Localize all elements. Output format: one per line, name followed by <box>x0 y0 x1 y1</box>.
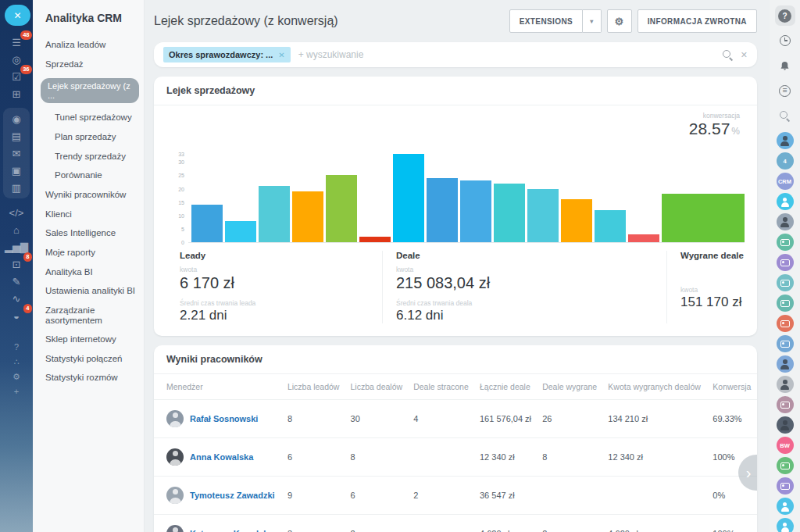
news-icon[interactable]: ▤ <box>5 127 27 145</box>
sidebar-item[interactable]: Klienci <box>33 205 144 224</box>
contact-person[interactable] <box>777 498 794 515</box>
column-header[interactable]: Liczba dealów <box>346 374 409 400</box>
funnel-bar[interactable] <box>662 194 745 242</box>
stat-kwota-value: 151 170 zł <box>680 295 745 310</box>
funnel-bar[interactable] <box>292 191 323 242</box>
sidebar-item[interactable]: Zarządzanie asortymentem <box>33 301 144 330</box>
filter-search-bar[interactable]: Okres sprawozdawczy: ... ✕ + wyszukiwani… <box>154 42 757 67</box>
bell-icon[interactable] <box>775 55 795 76</box>
contact-card[interactable] <box>777 477 794 495</box>
manager-name-link[interactable]: Tymoteusz Zawadzki <box>190 491 275 500</box>
funnel-bar[interactable] <box>393 154 424 242</box>
manager-name-link[interactable]: Katarzyna Kowalska <box>190 529 273 532</box>
calendar-icon[interactable]: ▣ <box>5 162 27 179</box>
contact-card[interactable] <box>777 315 794 332</box>
filter-clear-icon[interactable]: ✕ <box>741 50 748 60</box>
search-rail-icon[interactable] <box>775 105 795 126</box>
sign-document-icon[interactable]: ✎ <box>5 273 27 290</box>
contact-card[interactable] <box>777 254 794 271</box>
column-header[interactable]: Deale stracone <box>409 374 475 400</box>
sidebar-item[interactable]: Moje raporty <box>33 243 144 262</box>
contact-card[interactable] <box>777 234 794 251</box>
y-tick-label: 30 <box>178 159 184 165</box>
helpdesk-icon[interactable]: ? <box>775 5 795 26</box>
funnel-bar[interactable] <box>359 237 391 242</box>
mobile-app-icon[interactable]: ⊡8 <box>5 255 27 273</box>
mail-icon[interactable]: ✉ <box>5 145 27 162</box>
filter-chip-close-icon[interactable]: ✕ <box>278 51 284 59</box>
tasks-icon[interactable]: ☑36 <box>5 68 27 85</box>
sidebar-item[interactable]: Statystyki rozmów <box>33 368 144 387</box>
chat-icon[interactable]: ☰ <box>775 80 795 101</box>
funnel-bar[interactable] <box>191 205 223 242</box>
gear-icon[interactable]: ⚙ <box>607 9 632 33</box>
contact-text[interactable]: CRM <box>777 173 794 190</box>
contact-photo[interactable] <box>777 213 794 230</box>
funnel-bar[interactable] <box>427 178 458 242</box>
column-header[interactable]: Liczba leadów <box>283 374 346 400</box>
contact-photo[interactable] <box>777 416 794 434</box>
contact-card[interactable] <box>777 335 794 352</box>
contact-person[interactable] <box>777 193 794 210</box>
chevron-down-icon[interactable]: ▾ <box>583 9 601 33</box>
messenger-icon[interactable]: ◉ <box>5 110 27 127</box>
funnel-bar[interactable] <box>494 184 525 242</box>
contact-photo[interactable] <box>777 355 794 373</box>
drive-icon[interactable]: ◒4 <box>5 307 27 324</box>
sidebar-item[interactable]: Statystyki połączeń <box>33 349 144 369</box>
contact-card[interactable] <box>777 457 794 474</box>
contact-photo[interactable] <box>777 376 794 393</box>
add-more-icon[interactable]: + <box>5 384 27 399</box>
developer-code-icon[interactable]: </> <box>5 204 27 221</box>
sidebar-item[interactable]: Tunel sprzedażowy <box>33 108 144 127</box>
structure-icon[interactable]: ∴ <box>5 355 27 370</box>
contact-card[interactable] <box>777 396 794 413</box>
feedback-button[interactable]: INFORMACJA ZWROTNA <box>638 9 757 33</box>
sidebar-item[interactable]: Trendy sprzedaży <box>33 147 144 166</box>
sidebar-item[interactable]: Analityka BI <box>33 262 144 282</box>
market-cart-icon[interactable]: ⊞ <box>5 85 27 102</box>
sidebar-item[interactable]: Sales Intelligence <box>33 223 144 243</box>
contact-photo[interactable] <box>777 132 794 149</box>
company-icon[interactable]: ⌂ <box>5 221 27 238</box>
timeman-clock-icon[interactable] <box>775 30 795 51</box>
help-icon[interactable]: ? <box>5 340 27 355</box>
funnel-bar[interactable] <box>326 175 357 242</box>
funnel-bar[interactable] <box>628 234 659 242</box>
sidebar-item[interactable]: Ustawienia analityki BI <box>33 281 144 301</box>
contact-initials[interactable]: BW <box>777 437 794 454</box>
documents-icon[interactable]: ▥ <box>5 179 27 196</box>
column-header[interactable]: Konwersja <box>708 374 757 400</box>
live-feed-icon[interactable]: ☰48 <box>5 34 27 51</box>
extensions-button[interactable]: EXTENSIONS <box>509 9 583 33</box>
funnel-bar[interactable] <box>595 210 626 242</box>
close-sidebar-button[interactable]: ✕ <box>5 5 30 26</box>
column-header[interactable]: Kwota wygranych dealów <box>603 374 708 400</box>
contact-count[interactable]: 4 <box>777 152 794 170</box>
funnel-bar[interactable] <box>259 186 290 242</box>
manager-name-link[interactable]: Anna Kowalska <box>190 452 253 462</box>
sidebar-item[interactable]: Plan sprzedaży <box>33 127 144 147</box>
stat-sub-label: Średni czas trwania deala <box>396 299 666 307</box>
funnel-bar[interactable] <box>527 189 559 242</box>
sidebar-item[interactable]: Analiza leadów <box>33 35 144 55</box>
contact-card[interactable] <box>777 295 794 312</box>
sidebar-item[interactable]: Wyniki pracowników <box>33 185 144 205</box>
table-cell: 134 210 zł <box>603 400 708 438</box>
contact-person[interactable] <box>777 518 794 532</box>
column-header[interactable]: Menedżer <box>154 374 283 400</box>
column-header[interactable]: Łącznie deale <box>475 374 538 400</box>
funnel-bar[interactable] <box>225 221 256 242</box>
funnel-bar[interactable] <box>460 180 491 242</box>
filter-chip-report-period[interactable]: Okres sprawozdawczy: ... ✕ <box>163 47 291 62</box>
search-icon[interactable] <box>723 50 733 60</box>
contact-card[interactable] <box>777 274 794 291</box>
sidebar-item[interactable]: Sprzedaż <box>33 55 144 74</box>
column-header[interactable]: Deale wygrane <box>538 374 603 400</box>
sidebar-item[interactable]: Porównanie <box>33 166 144 185</box>
settings-icon[interactable]: ⚙ <box>5 370 27 384</box>
sidebar-item[interactable]: Sklep internetowy <box>33 330 144 349</box>
manager-name-link[interactable]: Rafał Sosnowski <box>190 414 258 423</box>
sidebar-item[interactable]: Lejek sprzedażowy (z ... <box>33 73 144 108</box>
funnel-bar[interactable] <box>561 199 592 242</box>
